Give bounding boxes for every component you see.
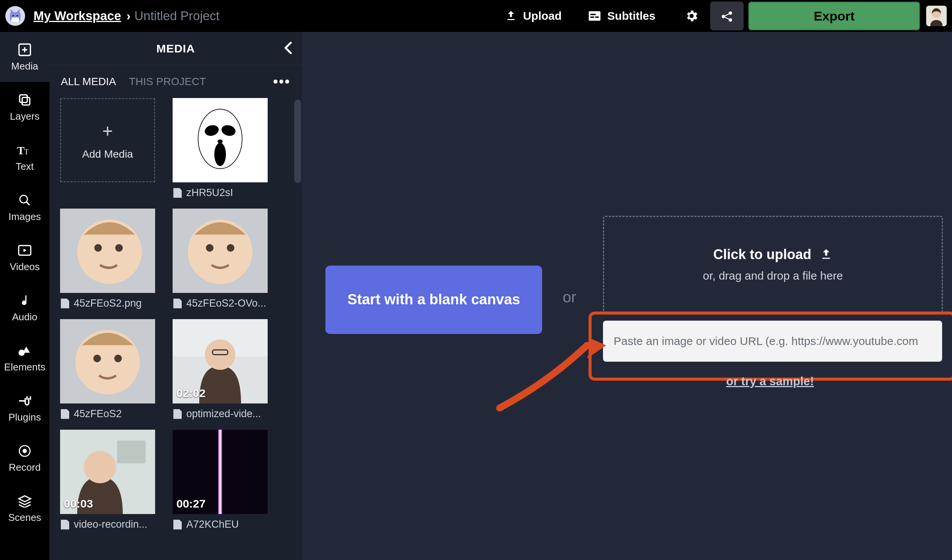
rail-text-label: Text	[16, 161, 34, 172]
thumb-graphic	[60, 209, 155, 293]
svg-rect-14	[22, 97, 30, 105]
rail-layers[interactable]: Layers	[0, 82, 49, 132]
share-button[interactable]	[710, 2, 744, 30]
shapes-icon	[17, 343, 32, 358]
upload-icon	[505, 10, 517, 22]
record-icon	[17, 443, 32, 459]
media-duration: 00:03	[64, 497, 93, 510]
cat-logo-icon	[8, 8, 23, 24]
rail-plugins[interactable]: Plugins	[0, 383, 49, 433]
svg-point-21	[19, 350, 25, 356]
media-item-name: zHR5U2sI	[186, 187, 233, 199]
media-item[interactable]: 00:27 A72KChEU	[173, 430, 268, 537]
subtitles-label: Subtitles	[607, 9, 655, 22]
rail-record[interactable]: Record	[0, 433, 49, 483]
svg-text:T: T	[17, 144, 25, 156]
media-item-name: 45zFEoS2-OVo...	[186, 297, 266, 309]
media-item-name: 45zFEoS2	[74, 408, 122, 420]
media-item[interactable]: 02:02 optimized-vide...	[173, 319, 268, 427]
svg-rect-9	[590, 14, 596, 15]
add-media-tile[interactable]: + Add Media .	[60, 98, 155, 206]
layers-icon	[17, 92, 32, 108]
upload-label: Upload	[523, 9, 562, 22]
rail-audio-label: Audio	[12, 311, 38, 323]
user-avatar[interactable]	[926, 6, 947, 26]
file-icon	[173, 520, 182, 530]
media-add-icon	[17, 42, 32, 57]
media-item-name: optimized-vide...	[186, 408, 261, 420]
subtitles-icon	[588, 11, 601, 21]
export-button[interactable]: Export	[748, 2, 920, 30]
upload-action[interactable]: Upload	[505, 9, 562, 22]
settings-button[interactable]	[682, 6, 701, 25]
media-duration: 02:02	[176, 387, 206, 400]
plug-icon	[17, 393, 32, 408]
media-item[interactable]: 45zFEoS2	[60, 319, 155, 427]
collapse-panel-button[interactable]	[283, 41, 294, 56]
url-input[interactable]	[603, 321, 942, 362]
media-more-button[interactable]: •••	[273, 78, 290, 85]
svg-rect-4	[16, 15, 18, 16]
rail-media-label: Media	[11, 60, 38, 72]
media-duration: 00:27	[176, 497, 206, 510]
try-sample-link[interactable]: or try a sample!	[726, 375, 814, 388]
svg-point-42	[114, 355, 122, 362]
upload-dropzone[interactable]: Click to upload or, drag and drop a file…	[603, 216, 943, 313]
file-icon	[173, 188, 182, 198]
file-icon	[173, 299, 182, 308]
svg-rect-48	[117, 441, 146, 464]
rail-videos-label: Videos	[10, 261, 40, 273]
rail-layers-label: Layers	[10, 111, 40, 122]
svg-point-17	[20, 195, 27, 203]
rail-elements[interactable]: Elements	[0, 333, 49, 383]
rail-elements-label: Elements	[4, 361, 45, 373]
svg-marker-20	[24, 248, 27, 252]
subtitles-action[interactable]: Subtitles	[588, 9, 655, 22]
breadcrumb-separator: ›	[126, 9, 130, 23]
svg-point-38	[227, 244, 235, 252]
rail-images[interactable]: Images	[0, 182, 49, 233]
svg-point-30	[214, 143, 226, 166]
media-item[interactable]: 45zFEoS2-OVo...	[173, 209, 268, 316]
text-icon: TT	[17, 142, 32, 158]
share-icon	[720, 9, 734, 23]
rail-audio[interactable]: Audio	[0, 283, 49, 333]
workspace-link[interactable]: My Workspace	[33, 9, 121, 23]
svg-point-37	[206, 244, 214, 252]
file-icon	[61, 409, 69, 419]
tab-all-media[interactable]: ALL MEDIA	[61, 76, 116, 88]
file-icon	[61, 520, 69, 530]
media-grid: + Add Media .	[60, 98, 293, 537]
start-blank-canvas-button[interactable]: Start with a blank canvas	[325, 266, 542, 334]
media-item[interactable]: 00:03 video-recordin...	[60, 430, 155, 537]
app-logo[interactable]	[5, 6, 25, 26]
tab-this-project[interactable]: THIS PROJECT	[129, 76, 206, 88]
or-divider-text: or	[563, 289, 576, 306]
svg-rect-13	[20, 95, 27, 102]
svg-marker-22	[23, 346, 30, 353]
svg-rect-7	[590, 16, 594, 18]
svg-rect-52	[219, 430, 221, 514]
upload-icon	[820, 248, 833, 261]
media-item-name: 45zFEoS2.png	[74, 297, 142, 309]
thumb-graphic	[188, 100, 252, 180]
svg-point-33	[94, 244, 102, 252]
scrollbar-thumb[interactable]	[294, 100, 301, 183]
file-icon	[173, 409, 182, 419]
rail-text[interactable]: TT Text	[0, 132, 49, 182]
upload-subtitle: or, drag and drop a file here	[703, 269, 843, 282]
thumb-graphic	[60, 319, 155, 403]
rail-scenes[interactable]: Scenes	[0, 483, 49, 533]
media-panel: MEDIA ALL MEDIA THIS PROJECT ••• + Add M…	[49, 32, 302, 560]
svg-point-34	[115, 244, 123, 252]
rail-record-label: Record	[9, 462, 41, 473]
chevron-left-icon	[283, 41, 294, 54]
media-item[interactable]: zHR5U2sI	[173, 98, 268, 206]
project-name[interactable]: Untitled Project	[134, 9, 219, 23]
rail-media[interactable]: Media	[0, 32, 49, 82]
media-item[interactable]: 45zFEoS2.png	[60, 209, 155, 316]
rail-videos[interactable]: Videos	[0, 233, 49, 283]
avatar-icon	[926, 6, 947, 26]
svg-rect-6	[589, 11, 601, 21]
media-item-name: video-recordin...	[74, 519, 148, 530]
